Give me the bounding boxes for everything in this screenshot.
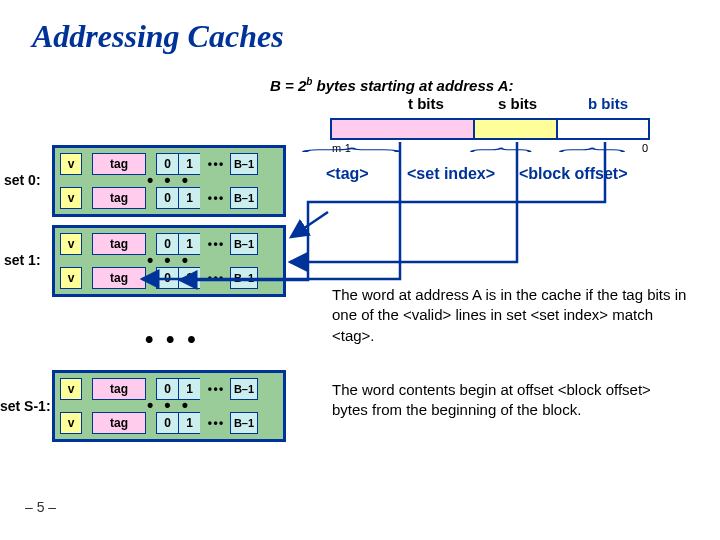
set1-box: v tag 0 1 • • • B–1 • • • v tag 0 1 • • … bbox=[52, 225, 286, 297]
set1-label: set 1: bbox=[4, 252, 41, 268]
data-cell: 1 bbox=[178, 412, 200, 434]
tag-cell: tag bbox=[92, 233, 146, 255]
data-cell: 1 bbox=[178, 187, 200, 209]
set0-box: v tag 0 1 • • • B–1 • • • v tag 0 1 • • … bbox=[52, 145, 286, 217]
tag-cell: tag bbox=[92, 153, 146, 175]
bit-0: 0 bbox=[642, 142, 648, 154]
data-cell: 0 bbox=[156, 187, 178, 209]
cache-line: v tag 0 1 • • • B–1 bbox=[60, 412, 278, 434]
dots-icon: • • • bbox=[200, 412, 230, 434]
valid-cell: v bbox=[60, 233, 82, 255]
field-block: <block offset> bbox=[519, 165, 627, 183]
tbits-label: t bits bbox=[408, 95, 444, 112]
data-cell-last: B–1 bbox=[230, 412, 258, 434]
tag-cell: tag bbox=[92, 412, 146, 434]
set-ellipsis: • • • bbox=[145, 325, 199, 353]
explain-offset: The word contents begin at offset <block… bbox=[332, 380, 687, 421]
data-cell-last: B–1 bbox=[230, 153, 258, 175]
caption: B = 2b bytes starting at address A: bbox=[270, 76, 514, 94]
valid-cell: v bbox=[60, 153, 82, 175]
data-cell-last: B–1 bbox=[230, 267, 258, 289]
data-cell-last: B–1 bbox=[230, 233, 258, 255]
data-cell-last: B–1 bbox=[230, 378, 258, 400]
addr-tag-field bbox=[332, 120, 475, 138]
dots-icon: • • • bbox=[200, 378, 230, 400]
dots-icon: • • • bbox=[200, 187, 230, 209]
page-title: Addressing Caches bbox=[32, 18, 720, 55]
cache-line: v tag 0 1 • • • B–1 bbox=[60, 187, 278, 209]
addr-block-field bbox=[558, 120, 648, 138]
addr-set-field bbox=[475, 120, 558, 138]
data-cell-last: B–1 bbox=[230, 187, 258, 209]
dots-icon: • • • bbox=[200, 153, 230, 175]
sbits-label: s bits bbox=[498, 95, 537, 112]
valid-cell: v bbox=[60, 412, 82, 434]
explain-hit: The word at address A is in the cache if… bbox=[332, 285, 687, 346]
tag-cell: tag bbox=[92, 378, 146, 400]
data-cell: 0 bbox=[156, 267, 178, 289]
data-cell: 1 bbox=[178, 267, 200, 289]
setS-label: set S-1: bbox=[0, 398, 51, 414]
dots-icon: • • • bbox=[200, 233, 230, 255]
line-ellipsis: • • • bbox=[60, 175, 278, 187]
line-ellipsis: • • • bbox=[60, 255, 278, 267]
valid-cell: v bbox=[60, 267, 82, 289]
dots-icon: • • • bbox=[200, 267, 230, 289]
set0-label: set 0: bbox=[4, 172, 41, 188]
tag-cell: tag bbox=[92, 267, 146, 289]
valid-cell: v bbox=[60, 187, 82, 209]
field-tag: <tag> bbox=[326, 165, 369, 183]
bbits-label: b bits bbox=[588, 95, 628, 112]
address-box bbox=[330, 118, 650, 140]
line-ellipsis: • • • bbox=[60, 400, 278, 412]
field-set: <set index> bbox=[407, 165, 495, 183]
cache-line: v tag 0 1 • • • B–1 bbox=[60, 267, 278, 289]
slide-number: – 5 – bbox=[25, 499, 56, 515]
data-cell: 0 bbox=[156, 412, 178, 434]
tag-cell: tag bbox=[92, 187, 146, 209]
setS-box: v tag 0 1 • • • B–1 • • • v tag 0 1 • • … bbox=[52, 370, 286, 442]
valid-cell: v bbox=[60, 378, 82, 400]
